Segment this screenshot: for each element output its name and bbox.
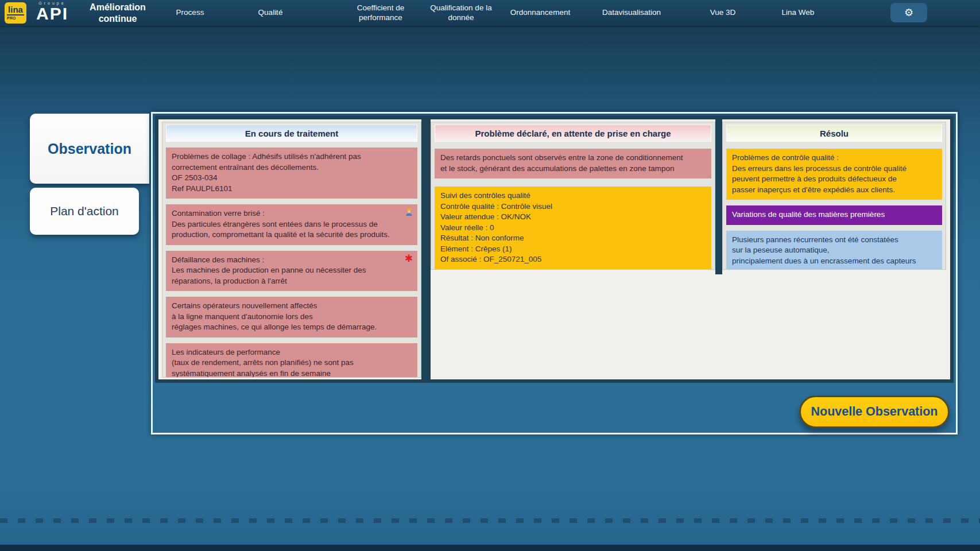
card-operateurs-autonomie[interactable]: Certains opérateurs nouvellement affecté… xyxy=(166,297,417,337)
card-text: Des retards ponctuels sont observés entr… xyxy=(440,153,706,174)
card-text: Problèmes de contrôle qualité : Des erre… xyxy=(732,153,936,195)
nav-item-qualification-donnee[interactable]: Qualification de la donnée xyxy=(427,0,495,26)
card-text: Contamination verre brisé : Des particul… xyxy=(172,208,412,240)
card-text: Problèmes de collage : Adhésifs utilisés… xyxy=(172,152,412,194)
column-gap xyxy=(715,116,722,274)
lina-logo-sub: PRO xyxy=(7,16,26,20)
bottom-bar xyxy=(0,545,980,551)
gear-icon: ⚙ xyxy=(904,7,913,18)
observation-panel: En cours de traitement Problèmes de coll… xyxy=(151,112,958,434)
column-probleme-declare: Problème déclaré, en attente de prise en… xyxy=(431,122,715,270)
tab-observation-label: Observation xyxy=(48,141,131,157)
kanban-board: En cours de traitement Problèmes de coll… xyxy=(158,119,950,379)
new-observation-button[interactable]: Nouvelle Observation xyxy=(799,395,950,428)
column-header: Problème déclaré, en attente de prise en… xyxy=(435,125,711,142)
card-text: Suivi des contrôles qualité Contrôle qua… xyxy=(440,191,706,265)
nav-item-ordonnancement[interactable]: Ordonnancement xyxy=(506,0,575,26)
nav-item-vue-3d[interactable]: Vue 3D xyxy=(700,0,746,26)
alert-asterisk-icon: ✱ xyxy=(405,254,413,263)
card-variations-qualite-matieres[interactable]: Variations de qualité des matières premi… xyxy=(726,205,942,225)
card-defaillance-machines[interactable]: ✱ Défaillance des machines : Les machine… xyxy=(166,251,417,292)
column-header: En cours de traitement xyxy=(166,125,417,142)
app-screen: lina PRO Groupe API Amélioration continu… xyxy=(0,0,980,551)
nav-item-coefficient-performance[interactable]: Coefficient de performance xyxy=(346,0,415,26)
column-resolu: Résolu Problèmes de contrôle qualité : D… xyxy=(722,122,946,270)
top-navbar: lina PRO Groupe API Amélioration continu… xyxy=(0,0,980,26)
lina-pro-logo: lina PRO xyxy=(5,2,26,24)
card-problemes-collage[interactable]: Problèmes de collage : Adhésifs utilisés… xyxy=(166,148,417,199)
column-en-cours-de-traitement: En cours de traitement Problèmes de coll… xyxy=(162,122,421,378)
lina-logo-text: lina xyxy=(7,5,24,15)
api-groupe-logo: Groupe API xyxy=(33,1,71,23)
settings-button[interactable]: ⚙ xyxy=(890,3,927,22)
card-problemes-controle-qualite[interactable]: Problèmes de contrôle qualité : Des erre… xyxy=(726,149,942,200)
column-header: Résolu xyxy=(726,125,942,142)
card-indicateurs-performance[interactable]: Les indicateurs de performance (taux de … xyxy=(166,343,417,378)
nav-item-lina-web[interactable]: Lina Web xyxy=(775,0,821,26)
nav-item-datavisualisation[interactable]: Datavisualisation xyxy=(597,0,666,26)
kanban-board-frame: En cours de traitement Problèmes de coll… xyxy=(155,116,954,383)
card-text: Les indicateurs de performance (taux de … xyxy=(172,347,412,378)
tab-observation[interactable]: Observation xyxy=(30,114,149,184)
api-logo-text: API xyxy=(33,4,71,23)
card-suivi-controles-qualite[interactable]: Suivi des contrôles qualité Contrôle qua… xyxy=(435,187,711,270)
card-text: Certains opérateurs nouvellement affecté… xyxy=(172,301,412,333)
app-title: Amélioration continue xyxy=(75,2,161,25)
tab-plan-daction-label: Plan d'action xyxy=(50,204,119,218)
nav-item-qualite[interactable]: Qualité xyxy=(247,0,293,26)
card-text: Variations de qualité des matières premi… xyxy=(732,209,936,220)
card-pannes-peseuse[interactable]: Plusieurs pannes récurrentes ont été con… xyxy=(726,231,942,270)
card-text: Défaillance des machines : Les machines … xyxy=(172,255,412,287)
new-observation-label: Nouvelle Observation xyxy=(811,405,938,419)
card-contamination-verre[interactable]: Contamination verre brisé : Des particul… xyxy=(166,204,417,245)
bottom-dash-row xyxy=(0,518,980,523)
card-text: Plusieurs pannes récurrentes ont été con… xyxy=(732,235,936,267)
column-gap xyxy=(421,116,431,383)
tab-plan-daction[interactable]: Plan d'action xyxy=(30,188,139,235)
nav-item-process[interactable]: Process xyxy=(167,0,213,26)
worker-icon xyxy=(405,207,413,218)
card-retards-ponctuels[interactable]: Des retards ponctuels sont observés entr… xyxy=(435,149,711,179)
